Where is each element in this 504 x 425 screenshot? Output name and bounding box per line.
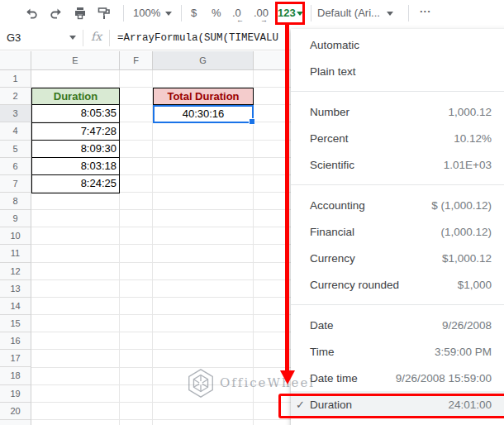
format-option-financial[interactable]: Financial(1,000.12)	[291, 218, 504, 245]
format-option-time[interactable]: Time3:59:00 PM	[291, 338, 504, 365]
toolbar: 100% $ % .0 ← .00 → 123 Default (Ari... …	[0, 0, 504, 26]
annotation-box-123-button	[275, 2, 305, 25]
total-duration-header[interactable]: Total Duration	[153, 88, 254, 105]
column-header-e[interactable]: E	[31, 51, 120, 70]
format-option-automatic[interactable]: Automatic	[291, 31, 504, 58]
format-option-label: Date	[310, 319, 442, 332]
format-option-currency[interactable]: Currency$1,000.12	[291, 245, 504, 271]
row-header-20[interactable]: 20	[0, 403, 31, 420]
menu-separator	[291, 304, 504, 305]
fill-handle[interactable]	[249, 118, 255, 125]
format-option-label: Number	[310, 106, 448, 118]
format-option-date-time[interactable]: Date time9/26/2008 15:59:00	[291, 365, 504, 391]
selected-cell-g3[interactable]: 40:30:16	[153, 105, 254, 122]
row-header-9[interactable]: 9	[0, 210, 31, 227]
number-format-menu: AutomaticPlain textNumber1,000.12Percent…	[291, 29, 504, 425]
format-option-label: Time	[310, 346, 435, 358]
format-example-value: $ (1,000.12)	[431, 199, 492, 212]
chevron-down-icon	[387, 12, 393, 16]
duration-cell[interactable]: 7:47:28	[32, 123, 119, 141]
row-header-16[interactable]: 16	[0, 332, 31, 350]
fx-icon: fx	[91, 30, 102, 43]
font-select[interactable]: Default (Ari...	[317, 7, 380, 19]
formula-bar-separator	[83, 30, 83, 46]
format-option-label: Scientific	[310, 159, 444, 171]
undo-icon[interactable]	[24, 6, 39, 21]
duration-cell[interactable]: 8:09:30	[32, 141, 119, 158]
duration-cell[interactable]: 8:03:18	[32, 158, 119, 175]
format-example-value: 9/26/2008	[442, 319, 492, 332]
annotation-arrow-head	[280, 370, 295, 384]
chevron-down-icon	[165, 12, 172, 16]
format-option-date[interactable]: Date9/26/2008	[291, 312, 504, 338]
officewheel-logo-icon	[185, 367, 216, 399]
duration-values: 8:05:357:47:288:09:308:03:188:24:25	[32, 105, 119, 193]
row-header-3[interactable]: 3	[0, 105, 31, 122]
format-example-value: 3:59:00 PM	[435, 346, 492, 358]
toolbar-separator	[311, 5, 311, 21]
format-option-scientific[interactable]: Scientific1.01E+03	[291, 151, 504, 178]
row-header-2[interactable]: 2	[0, 88, 31, 105]
format-example-value: 9/26/2008 15:59:00	[396, 372, 492, 384]
total-duration-value: 40:30:16	[183, 107, 225, 120]
row-header-15[interactable]: 15	[0, 315, 31, 332]
duration-cell[interactable]: 8:24:25	[32, 175, 119, 193]
print-icon[interactable]	[73, 6, 88, 21]
format-option-label: Automatic	[310, 39, 492, 51]
formula-bar-separator	[109, 30, 110, 46]
select-all-corner[interactable]	[0, 51, 31, 70]
column-header-f[interactable]: F	[120, 51, 153, 70]
row-header-8[interactable]: 8	[0, 193, 31, 210]
format-option-currency-rounded[interactable]: Currency rounded$1,000	[291, 271, 504, 298]
row-headers: 123456789101112131415161718192021	[0, 70, 31, 425]
menu-separator	[291, 91, 504, 92]
paint-format-icon[interactable]	[97, 6, 112, 21]
chevron-down-icon[interactable]	[69, 36, 76, 40]
format-example-value: 1.01E+03	[444, 159, 492, 171]
toolbar-separator	[181, 5, 182, 21]
format-option-plain-text[interactable]: Plain text	[291, 58, 504, 84]
format-option-percent[interactable]: Percent10.12%	[291, 125, 504, 151]
name-box[interactable]: G3	[7, 31, 21, 44]
duration-table-header[interactable]: Duration	[32, 88, 119, 105]
formula-input[interactable]: =ArrayFormula(SUM(TIMEVALU	[117, 32, 278, 44]
column-header-g[interactable]: G	[153, 51, 254, 70]
gridline-vertical	[152, 70, 153, 425]
row-header-12[interactable]: 12	[0, 263, 31, 280]
duration-cell[interactable]: 8:05:35	[32, 105, 119, 122]
row-header-5[interactable]: 5	[0, 141, 31, 158]
row-header-1[interactable]: 1	[0, 70, 31, 88]
format-option-accounting[interactable]: Accounting$ (1,000.12)	[291, 192, 504, 218]
zoom-select[interactable]: 100%	[133, 7, 160, 19]
decrease-decimal-arrow-icon: ←	[236, 16, 244, 24]
row-header-17[interactable]: 17	[0, 350, 31, 367]
format-option-label: Accounting	[310, 199, 431, 212]
row-header-18[interactable]: 18	[0, 367, 31, 384]
format-option-number[interactable]: Number1,000.12	[291, 98, 504, 125]
format-example-value: 10.12%	[454, 132, 492, 145]
row-header-7[interactable]: 7	[0, 175, 31, 193]
redo-icon[interactable]	[49, 6, 64, 21]
row-header-14[interactable]: 14	[0, 298, 31, 315]
format-percent-button[interactable]: %	[212, 7, 221, 19]
row-header-4[interactable]: 4	[0, 122, 31, 140]
format-option-label: Percent	[310, 132, 454, 145]
more-options-button[interactable]: ...	[420, 2, 431, 15]
toolbar-separator	[408, 5, 409, 21]
row-header-21[interactable]: 21	[0, 420, 31, 425]
duration-table: Duration 8:05:357:47:288:09:308:03:188:2…	[31, 88, 120, 193]
row-header-10[interactable]: 10	[0, 227, 31, 245]
format-example-value: 1,000.12	[448, 106, 492, 118]
google-sheets-window: 100% $ % .0 ← .00 → 123 Default (Ari... …	[0, 0, 504, 425]
format-option-label: Plain text	[310, 65, 492, 78]
row-header-13[interactable]: 13	[0, 280, 31, 298]
format-example-value: (1,000.12)	[440, 226, 492, 238]
increase-decimal-arrow-icon: →	[260, 16, 268, 24]
menu-separator	[291, 184, 504, 185]
row-header-19[interactable]: 19	[0, 385, 31, 403]
row-header-6[interactable]: 6	[0, 158, 31, 175]
format-option-label: Financial	[310, 226, 440, 238]
format-option-label: Currency rounded	[310, 279, 458, 291]
format-currency-button[interactable]: $	[191, 7, 197, 19]
row-header-11[interactable]: 11	[0, 245, 31, 262]
